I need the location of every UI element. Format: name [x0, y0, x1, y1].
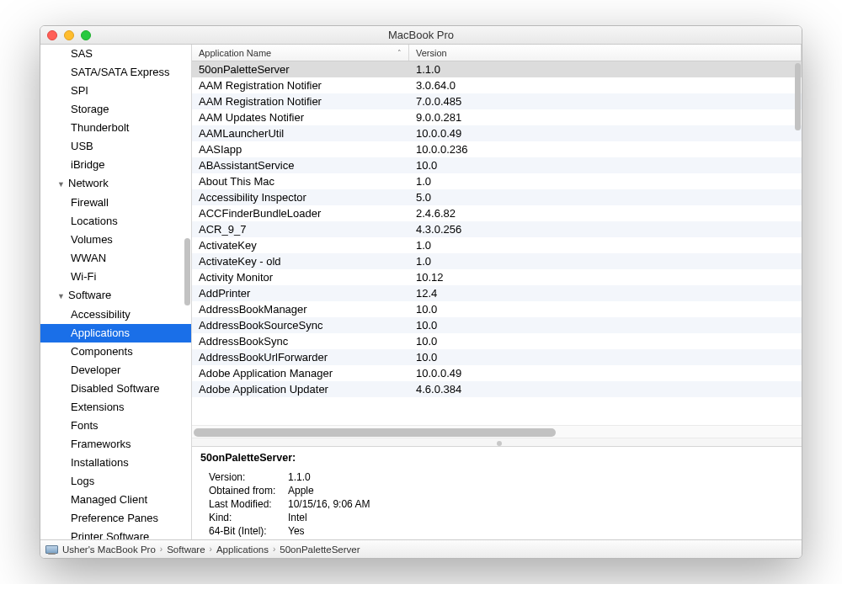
cell-app-name: Activity Monitor	[192, 271, 409, 284]
sidebar-item-spi[interactable]: SPI	[40, 82, 191, 100]
detail-key: Version:	[200, 470, 288, 484]
table-vscrollbar[interactable]	[795, 63, 801, 130]
window-title: MacBook Pro	[388, 29, 454, 41]
table-row[interactable]: Adobe Application Updater4.6.0.384	[192, 381, 802, 397]
sidebar-item-frameworks[interactable]: Frameworks	[40, 435, 191, 454]
table-row[interactable]: 50onPaletteServer1.1.0	[192, 61, 802, 77]
system-information-window: MacBook Pro SASSATA/SATA ExpressSPIStora…	[40, 25, 802, 559]
detail-key: Last Modified:	[200, 497, 288, 511]
sidebar-item-installations[interactable]: Installations	[40, 454, 191, 472]
sidebar-item-volumes[interactable]: Volumes	[40, 231, 191, 249]
sidebar-item-applications[interactable]: Applications	[40, 324, 191, 343]
minimize-icon[interactable]	[64, 30, 74, 40]
table-row[interactable]: AddressBookManager10.0	[192, 301, 802, 317]
column-application-name[interactable]: Application Name ˄	[192, 45, 409, 61]
sidebar-item-sas[interactable]: SAS	[40, 45, 191, 63]
sidebar-item-developer[interactable]: Developer	[40, 361, 191, 380]
table-row[interactable]: ActivateKey - old1.0	[192, 253, 802, 269]
sidebar-item-sata-sata-express[interactable]: SATA/SATA Express	[40, 63, 191, 82]
table-hscroll-thumb[interactable]	[194, 428, 556, 437]
cell-version: 4.6.0.384	[409, 383, 802, 396]
column-version[interactable]: Version	[409, 45, 802, 61]
cell-app-name: About This Mac	[192, 175, 409, 188]
sidebar-item-software[interactable]: Software	[40, 286, 191, 305]
mac-icon	[45, 545, 58, 554]
sidebar-item-logs[interactable]: Logs	[40, 472, 191, 491]
path-device[interactable]: Usher's MacBook Pro	[62, 544, 156, 555]
cell-version: 10.0	[409, 159, 802, 172]
cell-app-name: ActivateKey - old	[192, 255, 409, 268]
sidebar-item-usb[interactable]: USB	[40, 137, 191, 156]
cell-version: 1.0	[409, 239, 802, 252]
detail-key: 64-Bit (Intel):	[200, 524, 288, 538]
pane-splitter[interactable]	[192, 438, 802, 447]
close-icon[interactable]	[47, 30, 57, 40]
table-row[interactable]: AddressBookSync10.0	[192, 333, 802, 349]
table-row[interactable]: ActivateKey1.0	[192, 237, 802, 253]
table-row[interactable]: AddPrinter12.4	[192, 285, 802, 301]
cell-version: 10.0	[409, 319, 802, 332]
applications-table[interactable]: 50onPaletteServer1.1.0AAM Registration N…	[192, 61, 802, 425]
sidebar-item-fonts[interactable]: Fonts	[40, 417, 191, 435]
cell-version: 10.0	[409, 351, 802, 364]
sidebar-item-thunderbolt[interactable]: Thunderbolt	[40, 119, 191, 137]
path-seg-software[interactable]: Software	[167, 544, 205, 555]
path-bar: Usher's MacBook Pro › Software › Applica…	[40, 539, 802, 558]
table-row[interactable]: AAM Registration Notifier3.0.64.0	[192, 77, 802, 93]
table-row[interactable]: AAM Registration Notifier7.0.0.485	[192, 93, 802, 109]
cell-version: 12.4	[409, 287, 802, 300]
detail-row: Version:1.1.0	[200, 470, 793, 484]
path-seg-selection[interactable]: 50onPaletteServer	[280, 544, 360, 555]
sidebar-item-disabled-software[interactable]: Disabled Software	[40, 380, 191, 398]
cell-version: 3.0.64.0	[409, 79, 802, 92]
table-row[interactable]: ACR_9_74.3.0.256	[192, 221, 802, 237]
sidebar-item-managed-client[interactable]: Managed Client	[40, 491, 191, 509]
detail-row: 64-Bit (Intel):Yes	[200, 524, 793, 538]
cell-app-name: AAMLauncherUtil	[192, 127, 409, 140]
sidebar-item-printer-software[interactable]: Printer Software	[40, 528, 191, 539]
chevron-right-icon: ›	[160, 544, 163, 554]
table-row[interactable]: ACCFinderBundleLoader2.4.6.82	[192, 205, 802, 221]
table-hscroll-track[interactable]	[192, 425, 802, 438]
detail-value: 1.1.0	[288, 470, 793, 484]
cell-version: 2.4.6.82	[409, 207, 802, 220]
cell-version: 1.1.0	[409, 63, 802, 76]
sidebar[interactable]: SASSATA/SATA ExpressSPIStorageThunderbol…	[40, 45, 192, 539]
sort-ascending-icon: ˄	[397, 49, 402, 57]
table-row[interactable]: AddressBookSourceSync10.0	[192, 317, 802, 333]
cell-app-name: ACCFinderBundleLoader	[192, 207, 409, 220]
sidebar-item-firewall[interactable]: Firewall	[40, 194, 191, 212]
table-row[interactable]: AAM Updates Notifier9.0.0.281	[192, 109, 802, 125]
sidebar-item-preference-panes[interactable]: Preference Panes	[40, 509, 191, 528]
table-row[interactable]: Activity Monitor10.12	[192, 269, 802, 285]
table-row[interactable]: Adobe Application Manager10.0.0.49	[192, 365, 802, 381]
cell-version: 10.0.0.236	[409, 143, 802, 156]
sidebar-item-wwan[interactable]: WWAN	[40, 249, 191, 268]
content-area: SASSATA/SATA ExpressSPIStorageThunderbol…	[40, 45, 802, 539]
sidebar-item-network[interactable]: Network	[40, 174, 191, 194]
detail-key: Obtained from:	[200, 484, 288, 497]
sidebar-scrollbar[interactable]	[184, 238, 190, 305]
sidebar-item-accessibility[interactable]: Accessibility	[40, 305, 191, 324]
sidebar-item-locations[interactable]: Locations	[40, 212, 191, 231]
table-row[interactable]: AASIapp10.0.0.236	[192, 141, 802, 157]
detail-heading: 50onPaletteServer:	[200, 452, 793, 464]
cell-app-name: AAM Registration Notifier	[192, 79, 409, 92]
sidebar-item-extensions[interactable]: Extensions	[40, 398, 191, 417]
table-row[interactable]: Accessibility Inspector5.0	[192, 189, 802, 205]
sidebar-item-ibridge[interactable]: iBridge	[40, 156, 191, 174]
path-seg-applications[interactable]: Applications	[216, 544, 269, 555]
table-row[interactable]: About This Mac1.0	[192, 173, 802, 189]
table-row[interactable]: ABAssistantService10.0	[192, 157, 802, 173]
zoom-icon[interactable]	[81, 30, 91, 40]
table-row[interactable]: AAMLauncherUtil10.0.0.49	[192, 125, 802, 141]
column-label: Application Name	[199, 48, 271, 58]
sidebar-item-storage[interactable]: Storage	[40, 100, 191, 119]
table-row[interactable]: AddressBookUrlForwarder10.0	[192, 349, 802, 365]
detail-value: 10/15/16, 9:06 AM	[288, 497, 793, 511]
sidebar-item-wi-fi[interactable]: Wi-Fi	[40, 268, 191, 286]
traffic-lights	[47, 30, 91, 40]
sidebar-item-components[interactable]: Components	[40, 343, 191, 361]
detail-row: Last Modified:10/15/16, 9:06 AM	[200, 497, 793, 511]
detail-row: Kind:Intel	[200, 511, 793, 524]
